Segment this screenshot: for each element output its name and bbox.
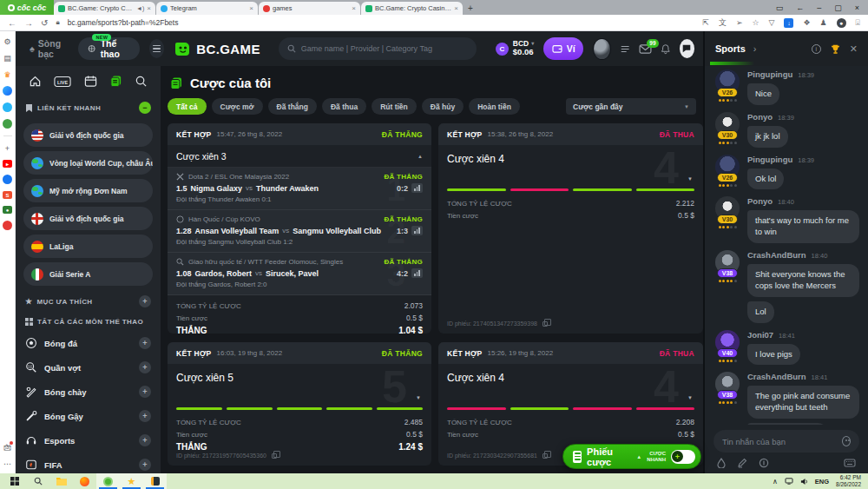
pinned-app-icon[interactable]: [143, 473, 167, 489]
sort-dropdown[interactable]: Cược gần đây▼: [566, 98, 696, 115]
reload-icon[interactable]: ↺: [41, 18, 48, 28]
tab-search-icon[interactable]: ▭: [776, 3, 784, 12]
tray-display-icon[interactable]: [785, 478, 793, 485]
chat-input-box[interactable]: [713, 430, 859, 453]
tray-volume-icon[interactable]: [800, 478, 808, 486]
chat-rules-info-icon[interactable]: i: [812, 44, 821, 54]
betslip-button[interactable]: Phiếu cược ▲ CƯỢCNHANH +: [562, 444, 701, 469]
youtube-icon[interactable]: ▸: [3, 160, 12, 168]
sidebar-search-icon[interactable]: [135, 75, 148, 88]
copy-icon[interactable]: [542, 453, 548, 459]
sport-item-tennis[interactable]: Quần vợt+: [23, 355, 153, 380]
bet-leg[interactable]: 1 Dota 2 / ESL One Malaysia 2022 ĐÃ THẮN…: [168, 168, 431, 210]
copy-icon[interactable]: [272, 453, 277, 459]
chat-close-icon[interactable]: ✕: [850, 43, 858, 55]
bell-icon[interactable]: [661, 43, 670, 55]
collapse-icon[interactable]: ▲: [418, 154, 423, 159]
filter-lost[interactable]: Đã thua: [322, 98, 366, 115]
sport-item-baseball[interactable]: Bóng chày+: [23, 380, 153, 404]
expand-icon[interactable]: +: [139, 337, 151, 349]
quick-link-item[interactable]: Giải vô địch quốc gia: [23, 123, 153, 147]
extension-icon[interactable]: ❖: [803, 18, 810, 27]
tab-bcgame-2[interactable]: BC.Game: Crypto Casino Ga×: [361, 2, 463, 15]
newsfeed-icon[interactable]: ▤: [3, 53, 12, 63]
expand-icon[interactable]: +: [139, 434, 151, 446]
game-search[interactable]: [279, 37, 477, 60]
quick-link-item[interactable]: Giải Serie A: [23, 262, 153, 286]
shield-icon[interactable]: ▽: [769, 18, 775, 27]
taskbar-search-icon[interactable]: [26, 473, 49, 489]
search-input[interactable]: [301, 44, 468, 53]
wave-icon[interactable]: ♟: [820, 18, 827, 27]
tab-close-icon[interactable]: ×: [454, 4, 458, 12]
expand-icon[interactable]: +: [139, 386, 151, 398]
my-bets-icon[interactable]: [109, 75, 122, 88]
bet-title-row[interactable]: Cược xiên 3 ▲: [168, 145, 431, 168]
maximize-button[interactable]: ▢: [834, 3, 842, 12]
add-app-icon[interactable]: +: [3, 143, 12, 153]
add-favorite-button[interactable]: +: [139, 295, 151, 307]
tab-close-icon[interactable]: ×: [352, 4, 356, 12]
expand-icon[interactable]: ▼: [687, 176, 693, 182]
pencil-icon[interactable]: [737, 458, 747, 468]
quick-link-item[interactable]: Vòng loại World Cup, châu Âu: [23, 151, 153, 175]
sport-item-football[interactable]: Bóng đá+: [23, 331, 153, 355]
taskbar-clock[interactable]: 6:42 PM8/26/2022: [836, 474, 861, 488]
tab-close-icon[interactable]: ×: [147, 4, 151, 12]
forward-icon[interactable]: →: [24, 18, 33, 28]
filter-refund[interactable]: Hoàn tiền: [469, 98, 520, 115]
inbox-button[interactable]: 99: [639, 44, 652, 54]
home-icon[interactable]: [29, 75, 42, 88]
notification-bell-icon[interactable]: 🖄: [3, 442, 12, 452]
minimize-button[interactable]: –: [817, 3, 821, 12]
close-button[interactable]: ×: [855, 3, 859, 12]
emoji-icon[interactable]: [842, 436, 851, 446]
app-icon[interactable]: [3, 221, 12, 230]
expand-icon[interactable]: ▼: [416, 395, 421, 400]
tab-close-icon[interactable]: ×: [249, 4, 253, 12]
recent-tabs-icon[interactable]: ←: [796, 3, 804, 12]
filter-won[interactable]: Đã thắng: [268, 98, 317, 115]
filter-open[interactable]: Cược mở: [212, 98, 263, 115]
shopee-icon[interactable]: S: [3, 191, 12, 199]
star-app-icon[interactable]: ★: [120, 473, 143, 489]
quick-link-item[interactable]: LaLiga: [23, 235, 153, 258]
chat-message-input[interactable]: [722, 437, 837, 446]
file-explorer-icon[interactable]: [49, 473, 73, 489]
keyboard-icon[interactable]: [844, 459, 856, 467]
bet-leg[interactable]: 3 Giao hữu quốc tế / WTT Feeder Olomouc,…: [168, 253, 431, 295]
start-button[interactable]: [3, 473, 26, 489]
download-box-icon[interactable]: ↓: [784, 18, 793, 28]
messenger-icon[interactable]: [3, 86, 12, 96]
filter-all[interactable]: Tất cả: [168, 98, 207, 115]
games-controller-icon[interactable]: [3, 119, 12, 129]
stats-icon[interactable]: [411, 226, 423, 235]
rain-drop-icon[interactable]: [717, 458, 726, 468]
bet-leg[interactable]: 2 Hàn Quốc / Cúp KOVO ĐÃ THẮNG 1.28 Ansa…: [168, 210, 431, 253]
filter-cashout[interactable]: Rút tiền: [372, 98, 417, 115]
send-icon[interactable]: ➢: [736, 18, 743, 27]
language-indicator[interactable]: ENG: [815, 478, 829, 486]
stats-icon[interactable]: [411, 183, 423, 193]
translate-icon[interactable]: 文: [719, 17, 727, 29]
sport-item-fifa[interactable]: FIFA+: [23, 453, 153, 473]
copy-icon[interactable]: [542, 321, 548, 327]
coin-flip-icon[interactable]: [759, 458, 769, 468]
chat-tab-sports[interactable]: Sports: [715, 43, 746, 54]
url-text[interactable]: bc.game/sports?bt-path=%2Fbets: [68, 18, 179, 27]
nav-sports[interactable]: NEW Thể thao: [78, 37, 139, 60]
wallet-button[interactable]: Ví: [543, 37, 583, 60]
sport-item-cricket[interactable]: Bóng Gậy+: [23, 404, 153, 428]
filter-canceled[interactable]: Đã hủy: [422, 98, 464, 115]
bookmark-star-icon[interactable]: ☆: [752, 18, 759, 27]
expand-icon[interactable]: +: [139, 459, 151, 471]
chevron-right-icon[interactable]: ›: [753, 43, 757, 54]
coc-coc-logo[interactable]: cốc cốc: [0, 0, 54, 15]
bcgame-logo[interactable]: BC.GAME: [174, 40, 260, 57]
tab-games[interactable]: games×: [259, 2, 360, 15]
hamburger-menu-icon[interactable]: [149, 39, 164, 58]
back-icon[interactable]: ←: [8, 18, 16, 28]
quick-link-item[interactable]: Mỹ mở rộng Đơn Nam: [23, 179, 153, 202]
collapse-quick-links-button[interactable]: −: [139, 102, 151, 114]
more-icon[interactable]: ⋯: [3, 459, 12, 468]
